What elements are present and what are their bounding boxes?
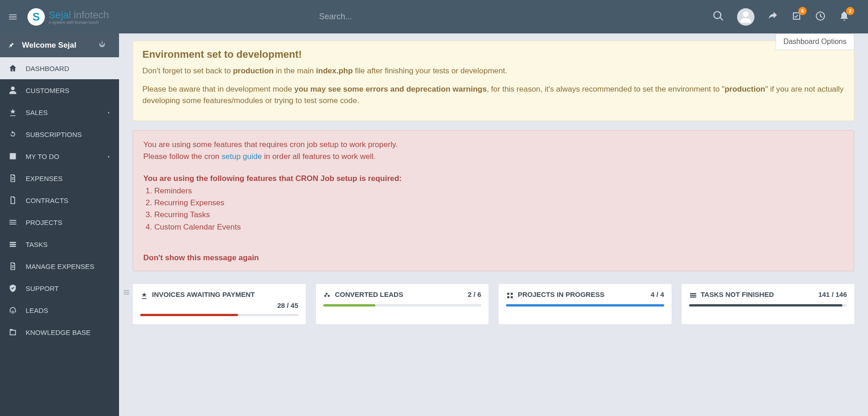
nav-item-dashboard[interactable]: DASHBOARD: [0, 57, 119, 79]
widget-count: 2 / 6: [468, 290, 481, 298]
widget-icon: [323, 291, 331, 300]
dashboard-options-button[interactable]: Dashboard Options: [776, 33, 854, 50]
welcome-bar: Welcome Sejal: [0, 33, 119, 57]
widget-progress-bar: [323, 304, 375, 307]
nav-icon: [8, 284, 17, 293]
nav-item-my-to-do[interactable]: MY TO DO: [0, 145, 119, 167]
nav-label: SALES: [26, 109, 48, 116]
nav-item-manage-expenses[interactable]: MANAGE EXPENSES: [0, 255, 119, 277]
nav-icon: [8, 328, 17, 337]
logo-badge-icon: [27, 8, 45, 26]
cron-alert-p1: You are using some features that require…: [143, 139, 844, 151]
nav-icon: [8, 196, 17, 205]
nav-label: DASHBOARD: [26, 65, 69, 72]
user-avatar[interactable]: [737, 8, 754, 26]
widget-icon: [506, 291, 514, 300]
cron-feature-list: RemindersRecurring ExpensesRecurring Tas…: [154, 185, 844, 233]
nav-icon: [8, 130, 17, 139]
widget-count: 4 / 4: [651, 290, 664, 298]
nav-item-subscriptions[interactable]: SUBSCRIPTIONS: [0, 123, 119, 145]
widget-count: 141 / 146: [818, 290, 847, 298]
nav-item-expenses[interactable]: EXPENSES: [0, 167, 119, 189]
search-button[interactable]: [712, 10, 724, 24]
nav-label: KNOWLEDGE BASE: [26, 328, 91, 336]
cron-alert: You are using some features that require…: [133, 130, 854, 271]
nav-icon: [8, 262, 17, 271]
main-content: Environment set to development! Don't fo…: [119, 33, 868, 338]
cron-dismiss-link[interactable]: Don't show this message again: [143, 253, 844, 263]
share-button[interactable]: [767, 11, 778, 23]
search-input[interactable]: [319, 12, 502, 22]
widget-projects-in-progress[interactable]: PROJECTS IN PROGRESS4 / 4: [499, 284, 672, 324]
nav-label: SUPPORT: [26, 285, 59, 292]
widget-title: CONVERTED LEADS: [335, 290, 468, 298]
nav-item-contracts[interactable]: CONTRACTS: [0, 189, 119, 211]
sidebar: Welcome Sejal DASHBOARDCUSTOMERSSALESSUB…: [0, 33, 119, 338]
chevron-icon: [106, 153, 111, 160]
nav-item-sales[interactable]: SALES: [0, 101, 119, 123]
widget-progress-bar: [140, 314, 238, 316]
topbar: Sejal infotech A system with human touch…: [0, 0, 868, 33]
nav-label: TASKS: [26, 241, 48, 248]
widget-tasks-not-finished[interactable]: TASKS NOT FINISHED141 / 146: [682, 284, 855, 324]
nav-label: EXPENSES: [26, 175, 63, 182]
widget-progress: [140, 314, 298, 316]
nav-item-customers[interactable]: CUSTOMERS: [0, 79, 119, 101]
widget-invoices-awaiting-payment[interactable]: INVOICES AWAITING PAYMENT28 / 45: [133, 284, 306, 324]
nav-icon: [8, 240, 17, 249]
widget-converted-leads[interactable]: CONVERTED LEADS2 / 6: [316, 284, 489, 324]
widget-icon: [689, 291, 697, 300]
nav-item-tasks[interactable]: TASKS: [0, 233, 119, 255]
cron-alert-p2: Please follow the cron setup guide in or…: [143, 151, 844, 163]
widget-progress: [323, 304, 482, 307]
search-icon: [712, 10, 724, 22]
welcome-text: Welcome Sejal: [22, 41, 76, 50]
menu-toggle[interactable]: [0, 12, 25, 22]
clock-icon: [815, 11, 826, 22]
logo[interactable]: Sejal infotech A system with human touch: [27, 8, 109, 26]
nav-list: DASHBOARDCUSTOMERSSALESSUBSCRIPTIONSMY T…: [0, 57, 119, 338]
nav-label: CUSTOMERS: [26, 87, 70, 94]
pin-icon: [7, 41, 16, 50]
nav-item-leads[interactable]: LEADS: [0, 299, 119, 321]
cron-setup-link[interactable]: setup guide: [222, 152, 262, 161]
cron-feature-item: Recurring Tasks: [154, 209, 844, 221]
nav-item-support[interactable]: SUPPORT: [0, 277, 119, 299]
widget-title: PROJECTS IN PROGRESS: [518, 290, 651, 298]
nav-item-knowledge-base[interactable]: KNOWLEDGE BASE: [0, 321, 119, 338]
widget-count: 28 / 45: [140, 301, 298, 309]
chevron-icon: [106, 109, 111, 116]
nav-icon: [8, 218, 17, 227]
env-alert-title: Environment set to development!: [142, 49, 845, 60]
logout-button[interactable]: [98, 40, 112, 51]
logo-text: Sejal infotech: [49, 9, 109, 21]
nav-icon: [8, 152, 17, 161]
widget-head: INVOICES AWAITING PAYMENT28 / 45: [140, 290, 298, 309]
widget-head: PROJECTS IN PROGRESS4 / 4: [506, 290, 664, 300]
widget-title: TASKS NOT FINISHED: [701, 290, 819, 298]
search-wrap: [109, 12, 712, 22]
env-alert-line1: Don't forget to set back to production i…: [142, 65, 845, 77]
widget-head: CONVERTED LEADS2 / 6: [323, 290, 482, 300]
top-icons: 6 2: [712, 8, 868, 26]
cron-feature-item: Recurring Expenses: [154, 197, 844, 209]
nav-icon: [8, 108, 17, 117]
clock-button[interactable]: [815, 11, 826, 23]
share-icon: [767, 11, 778, 22]
widgets-drag-handle[interactable]: [123, 289, 130, 298]
avatar-icon: [737, 8, 754, 26]
nav-item-projects[interactable]: PROJECTS: [0, 211, 119, 233]
nav-icon: [8, 306, 17, 315]
nav-label: MY TO DO: [26, 153, 59, 160]
notifications-button[interactable]: 2: [839, 11, 850, 23]
nav-label: PROJECTS: [26, 219, 62, 226]
widget-head: TASKS NOT FINISHED141 / 146: [689, 290, 847, 300]
checklist-button[interactable]: 6: [791, 11, 802, 23]
widget-progress: [506, 304, 664, 307]
nav-icon: [8, 86, 17, 95]
widget-icon: [140, 291, 148, 300]
cron-feature-item: Custom Calendar Events: [154, 221, 844, 233]
nav-label: CONTRACTS: [26, 197, 68, 204]
cron-feature-item: Reminders: [154, 185, 844, 197]
nav-label: MANAGE EXPENSES: [26, 263, 94, 270]
